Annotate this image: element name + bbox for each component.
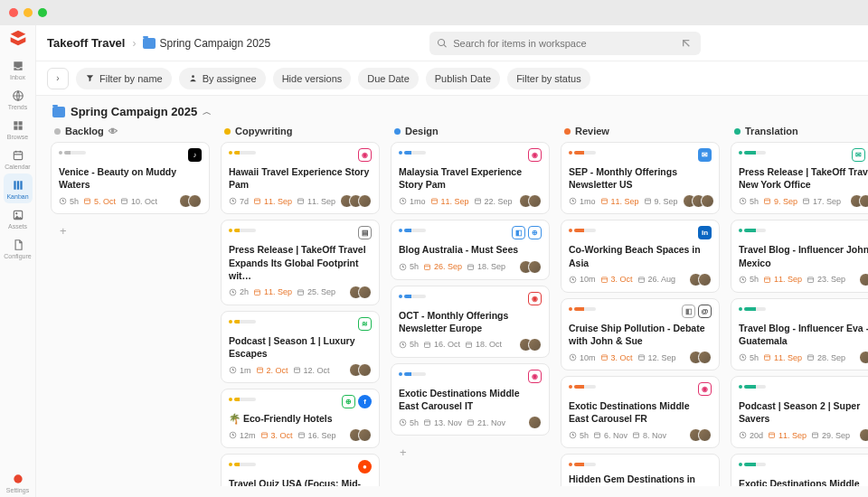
minimize-dot[interactable]: [24, 8, 33, 17]
nav-forward-button[interactable]: ›: [47, 68, 69, 89]
svg-rect-19: [261, 433, 267, 438]
svg-rect-58: [765, 355, 770, 361]
instagram-pink-icon: ◉: [358, 148, 372, 162]
filter-chip-0[interactable]: Filter by name: [76, 68, 172, 89]
column-header[interactable]: Review: [561, 124, 720, 142]
sidebar-item-kanban[interactable]: Kanban: [4, 173, 33, 203]
progress-indicator: [59, 148, 86, 157]
kanban-card[interactable]: ≋Podcast | Season 1 | Luxury Escapes1m2.…: [221, 311, 380, 383]
sidebar: InboxTrendsBrowseCalendarKanbanAssetsCon…: [0, 25, 36, 497]
kanban-card[interactable]: ✉▤Press Release | TakeOff Travel New Yor…: [731, 142, 868, 214]
filter-chip-5[interactable]: Filter by status: [507, 68, 590, 89]
card-title: Hidden Gem Destinations in Asia: [569, 473, 712, 486]
svg-rect-7: [85, 199, 90, 204]
card-title: SEP - Monthly Offerings Newsletter US: [569, 165, 712, 191]
avatar: [358, 428, 372, 442]
breadcrumb-project[interactable]: Spring Campaign 2025: [143, 37, 270, 50]
filter-chip-4[interactable]: Publish Date: [426, 68, 500, 89]
sidebar-item-browse[interactable]: Browse: [4, 114, 33, 144]
kanban-card[interactable]: ⊕f🌴 Eco-Friendly Hotels12m3. Oct16. Sep: [221, 389, 380, 448]
column-header[interactable]: Translation: [731, 124, 868, 142]
sidebar-item-calendar[interactable]: Calendar: [4, 144, 33, 173]
kanban-card[interactable]: ✉SEP - Monthly Offerings Newsletter US1m…: [561, 142, 720, 214]
close-dot[interactable]: [9, 8, 18, 17]
progress-indicator: [739, 305, 766, 314]
card-title: Exotic Destinations Middle East Carousel…: [399, 387, 542, 412]
sidebar-item-inbox[interactable]: Inbox: [4, 54, 33, 84]
card-title: Travel Quiz USA (Focus: Mid-West): [229, 477, 372, 486]
kanban-card[interactable]: ♪Venice - Beauty on Muddy Waters5h5. Oct…: [51, 142, 210, 214]
kanban-card[interactable]: ▶Travel Blog - Influencer John - Mexico5…: [731, 220, 868, 292]
card-title: Travel Blog - Influencer John - Mexico: [739, 243, 868, 268]
board-title[interactable]: Spring Campaign 2025 ︿: [36, 96, 868, 124]
column-header[interactable]: Copywriting: [221, 124, 380, 142]
card-meta: 20d11. Sep29. Sep: [739, 428, 868, 442]
avatar: [528, 338, 542, 352]
svg-rect-52: [765, 199, 770, 204]
add-card-button[interactable]: +: [391, 441, 550, 463]
search-input[interactable]: [453, 38, 674, 49]
avatar: [859, 428, 868, 442]
column-header[interactable]: Design: [391, 124, 550, 142]
filter-chip-1[interactable]: By assignee: [179, 68, 266, 89]
svg-rect-62: [813, 433, 818, 438]
svg-rect-61: [769, 433, 775, 438]
kanban-card[interactable]: Hidden Gem Destinations in Asia5h3. Oct4…: [561, 454, 720, 486]
kanban-card[interactable]: ●Travel Quiz USA (Focus: Mid-West)5h10. …: [221, 454, 380, 486]
progress-indicator: [229, 317, 256, 326]
avatar: [528, 194, 542, 208]
card-meta: 5h26. Sep18. Sep: [399, 260, 542, 274]
instagram-pink-icon: ◉: [528, 370, 542, 383]
sidebar-item-configure[interactable]: Configure: [4, 233, 33, 263]
open-external-icon[interactable]: [679, 36, 693, 51]
topbar: Takeoff Travel › Spring Campaign 2025: [36, 25, 868, 61]
progress-indicator: [569, 305, 596, 314]
progress-indicator: [739, 382, 766, 391]
web-green-icon: ⊕: [342, 395, 355, 408]
search-bar[interactable]: [429, 32, 701, 55]
card-title: OCT - Monthly Offerings Newsletter Europ…: [399, 309, 542, 334]
card-meta: 1mo11. Sep9. Sep: [569, 194, 712, 208]
kanban-card[interactable]: ▤Press Release | TakeOff Travel Expands …: [221, 220, 380, 305]
progress-indicator: [739, 148, 766, 157]
kanban-card[interactable]: inCo-Working Beach Spaces in Asia10m3. O…: [561, 220, 720, 292]
kanban-card[interactable]: ◉OCT - Monthly Offerings Newsletter Euro…: [391, 286, 550, 358]
filter-chip-3[interactable]: Due Date: [358, 68, 418, 89]
card-meta: 5h13. Nov21. Nov: [399, 416, 542, 429]
column-label: Review: [575, 126, 609, 136]
column-header[interactable]: Backlog👁: [51, 124, 210, 142]
sidebar-item-label: Assets: [8, 223, 27, 230]
svg-rect-46: [595, 433, 600, 438]
bubble-blue-icon: ◧: [512, 226, 525, 239]
svg-rect-44: [638, 355, 644, 361]
kanban-card[interactable]: ◧@Cruise Ship Pollution - Debate with Jo…: [561, 298, 720, 370]
chat-green-icon: ✉: [852, 148, 865, 162]
avatar: [358, 194, 372, 208]
sidebar-item-trends[interactable]: Trends: [4, 84, 33, 114]
kanban-card[interactable]: ◉Malaysia Travel Experience Story Pam1mo…: [391, 142, 550, 214]
filter-chip-2[interactable]: Hide versions: [273, 68, 352, 89]
kanban-card[interactable]: ◉Hawaii Travel Experience Story Pam7d11.…: [221, 142, 380, 214]
sidebar-item-assets[interactable]: Assets: [4, 203, 33, 233]
sidebar-item-settings[interactable]: Settings: [4, 467, 33, 497]
column-design: Design◉Malaysia Travel Experience Story …: [391, 124, 550, 486]
kanban-card[interactable]: ◎Podcast | Season 2 | Super Savers20d11.…: [731, 376, 868, 448]
kanban-card[interactable]: ◧⊕Blog Australia - Must Sees5h26. Sep18.…: [391, 220, 550, 279]
card-meta: 10m3. Oct26. Aug: [569, 273, 712, 286]
zoom-dot[interactable]: [38, 8, 47, 17]
breadcrumb-workspace[interactable]: Takeoff Travel: [47, 36, 125, 50]
card-meta: 5h16. Oct18. Oct: [399, 338, 542, 352]
progress-indicator: [739, 226, 766, 235]
card-title: Exotic Destinations Middle East Carousel…: [569, 399, 712, 425]
progress-indicator: [399, 370, 426, 379]
svg-rect-16: [257, 368, 262, 373]
add-card-button[interactable]: +: [51, 220, 210, 241]
kanban-card[interactable]: ◉Exotic Destinations Middle East Carouse…: [731, 454, 868, 486]
kanban-card[interactable]: ◉Exotic Destinations Middle East Carouse…: [561, 376, 720, 448]
kanban-card[interactable]: ▶Travel Blog - Influencer Eva - Guatemal…: [731, 298, 868, 370]
kanban-card[interactable]: ◉Exotic Destinations Middle East Carouse…: [391, 363, 550, 436]
card-meta: 5h11. Sep28. Sep: [739, 351, 868, 364]
card-title: Malaysia Travel Experience Story Pam: [399, 165, 542, 191]
svg-rect-1: [14, 152, 22, 160]
svg-rect-28: [425, 264, 430, 269]
